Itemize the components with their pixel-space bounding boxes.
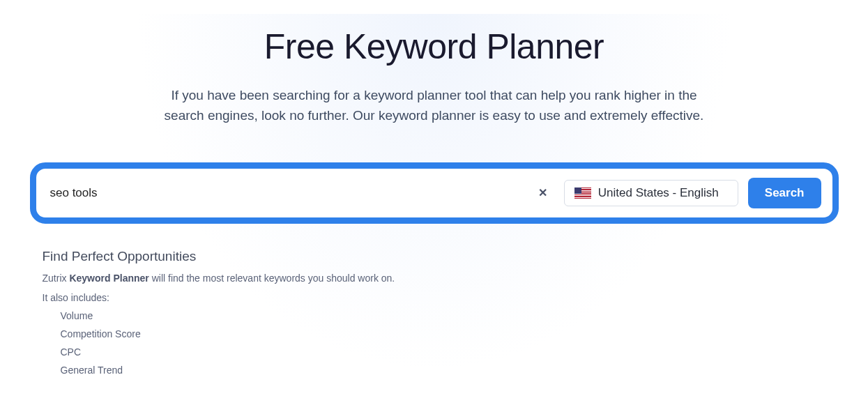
hero-section: Free Keyword Planner If you have been se… bbox=[0, 0, 868, 126]
search-input-wrap: ✕ bbox=[47, 181, 554, 206]
clear-input-button[interactable]: ✕ bbox=[535, 185, 550, 201]
us-flag-icon bbox=[574, 187, 591, 199]
info-block: Find Perfect Opportunities Zutrix Keywor… bbox=[30, 249, 839, 376]
info-desc-bold: Keyword Planner bbox=[69, 273, 149, 284]
main-container: Free Keyword Planner If you have been se… bbox=[0, 0, 868, 376]
search-panel: ✕ United States - English Search bbox=[30, 162, 839, 224]
info-title: Find Perfect Opportunities bbox=[43, 249, 826, 264]
info-includes-label: It also includes: bbox=[43, 292, 826, 303]
search-button[interactable]: Search bbox=[748, 178, 821, 208]
list-item: Competition Score bbox=[61, 328, 826, 339]
list-item: Volume bbox=[61, 310, 826, 321]
list-item: CPC bbox=[61, 346, 826, 358]
locale-select[interactable]: United States - English bbox=[564, 180, 738, 206]
close-icon: ✕ bbox=[538, 187, 547, 199]
feature-list: Volume Competition Score CPC General Tre… bbox=[43, 310, 826, 376]
page-title: Free Keyword Planner bbox=[0, 26, 868, 67]
info-desc-suffix: will find the most relevant keywords you… bbox=[149, 273, 395, 284]
keyword-input[interactable] bbox=[47, 181, 554, 206]
info-desc-prefix: Zutrix bbox=[43, 273, 70, 284]
page-subtitle: If you have been searching for a keyword… bbox=[162, 85, 706, 126]
info-description: Zutrix Keyword Planner will find the mos… bbox=[43, 273, 826, 284]
locale-label: United States - English bbox=[598, 186, 719, 200]
list-item: General Trend bbox=[61, 365, 826, 376]
